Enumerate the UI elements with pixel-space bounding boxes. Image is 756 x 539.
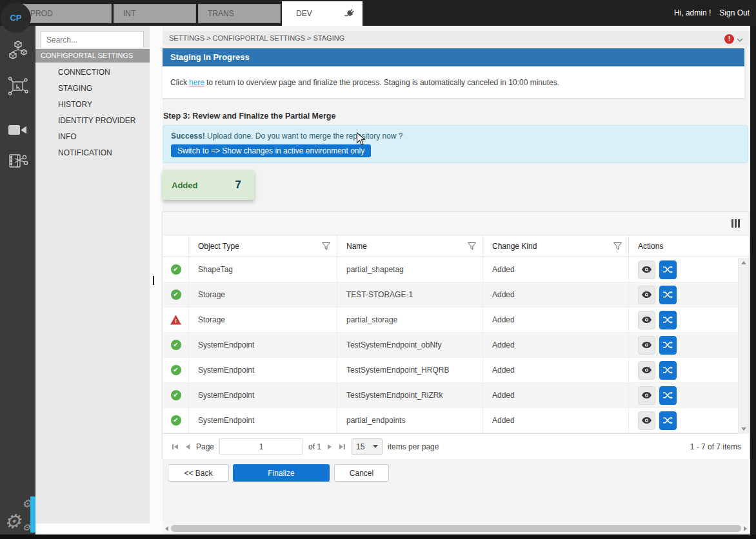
name-column-header: Name: [346, 242, 367, 251]
view-button[interactable]: [638, 386, 655, 405]
cell-object-type: Storage: [189, 282, 337, 307]
cell-name: TestSystemEndpoint_RiZRk: [337, 383, 483, 407]
finalize-button[interactable]: Finalize: [233, 464, 330, 482]
page-size-value: 15: [356, 442, 364, 451]
compare-merge-button[interactable]: [659, 361, 677, 380]
active-rail-indicator: [30, 496, 35, 533]
cell-change-kind: Added: [483, 308, 629, 332]
env-tab-prod[interactable]: PROD: [21, 4, 112, 23]
staging-banner: Staging In Progress Click here to return…: [163, 48, 744, 98]
sidebar-item-staging[interactable]: STAGING: [35, 81, 150, 97]
horizontal-scrollbar-thumb[interactable]: [171, 525, 741, 532]
objects-cubes-icon[interactable]: [8, 40, 28, 64]
compare-merge-button[interactable]: [659, 411, 677, 430]
sidebar-content-gap: [150, 26, 163, 534]
compare-merge-button[interactable]: [659, 260, 677, 279]
last-page-button[interactable]: [338, 443, 346, 451]
cell-change-kind: Added: [483, 333, 629, 357]
app-logo[interactable]: CP: [1, 3, 31, 33]
workflow-touch-icon[interactable]: [8, 76, 28, 99]
main-content: SETTINGS > CONFIGPORTAL SETTINGS > STAGI…: [163, 26, 750, 534]
notifications-control[interactable]: !: [724, 33, 743, 44]
scroll-up-arrow[interactable]: [741, 261, 746, 264]
sign-out-link[interactable]: Sign Out: [719, 8, 750, 17]
page-size-select[interactable]: 15: [352, 438, 383, 455]
table-row[interactable]: ! Storage partial_storage Added: [163, 308, 749, 333]
table-row[interactable]: ✔ SystemEndpoint TestSystemEndpoint_HRQR…: [163, 358, 749, 383]
view-button[interactable]: [638, 311, 655, 329]
settings-gears-icon[interactable]: ⚙⚙⚙: [4, 498, 34, 532]
view-button[interactable]: [638, 336, 655, 355]
switch-view-button[interactable]: Switch to => Show changes in active envi…: [171, 144, 371, 157]
page-number-input[interactable]: [219, 438, 303, 455]
changes-table: Object Type Name Change Kind: [163, 211, 750, 459]
previous-page-button[interactable]: [184, 443, 191, 451]
table-row[interactable]: ✔ SystemEndpoint TestSystemEndpoint_RiZR…: [163, 383, 749, 408]
breadcrumb: SETTINGS > CONFIGPORTAL SETTINGS > STAGI…: [163, 31, 750, 45]
scroll-right-arrow[interactable]: [744, 526, 747, 531]
added-label: Added: [172, 181, 197, 190]
filter-icon[interactable]: [613, 242, 622, 250]
film-editing-icon[interactable]: [8, 152, 28, 174]
table-header-row: Object Type Name Change Kind: [163, 235, 749, 257]
table-toolbar: [163, 212, 749, 235]
cell-name: partial_endpoints: [337, 408, 483, 433]
compare-merge-button[interactable]: [659, 286, 677, 304]
cell-object-type: Storage: [189, 308, 337, 332]
icon-rail: ⚙⚙⚙: [0, 26, 35, 534]
env-tab-dev-label: DEV: [296, 9, 312, 18]
success-message-box: Success! Upload done. Do you want to mer…: [163, 125, 748, 163]
cell-object-type: SystemEndpoint: [189, 358, 337, 382]
filter-icon[interactable]: [322, 242, 330, 250]
cancel-button[interactable]: Cancel: [334, 464, 389, 482]
chevron-down-icon: [737, 33, 743, 44]
object-type-column-header: Object Type: [198, 242, 239, 251]
success-message: Success! Upload done. Do you want to mer…: [171, 132, 740, 141]
cell-change-kind: Added: [483, 282, 629, 307]
table-row[interactable]: ✔ SystemEndpoint partial_endpoints Added: [163, 408, 749, 433]
compare-merge-button[interactable]: [659, 386, 677, 405]
top-bar: PROD INT TRANS DEV Hi, admin ! Sign Out: [0, 0, 756, 26]
sidebar-section-title: CONFIGPORTAL SETTINGS: [35, 49, 150, 63]
scroll-left-arrow[interactable]: [165, 526, 168, 531]
first-page-button[interactable]: [171, 443, 179, 451]
sidebar-item-info[interactable]: INFO: [35, 129, 150, 145]
cell-object-type: SystemEndpoint: [189, 383, 337, 407]
env-tab-trans[interactable]: TRANS: [198, 4, 281, 23]
next-page-button[interactable]: [326, 443, 333, 451]
added-summary-card[interactable]: Added 7: [163, 170, 254, 200]
view-button[interactable]: [638, 260, 655, 279]
cell-name: TestSystemEndpoint_HRQRB: [337, 358, 483, 382]
horizontal-scrollbar[interactable]: [163, 524, 750, 533]
table-row[interactable]: ✔ Storage TEST-STORAGE-1 Added: [163, 282, 749, 308]
back-button[interactable]: << Back: [168, 464, 229, 482]
scroll-down-arrow[interactable]: [741, 427, 746, 431]
env-tab-int[interactable]: INT: [114, 4, 196, 23]
success-icon: ✔: [171, 390, 181, 400]
table-row[interactable]: ✔ ShapeTag partial_shapetag Added: [163, 257, 749, 282]
table-vertical-scrollbar[interactable]: [738, 258, 749, 434]
cell-object-type: ShapeTag: [189, 257, 337, 282]
table-row[interactable]: ✔ SystemEndpoint TestSystemEndpoint_obNf…: [163, 333, 749, 358]
view-button[interactable]: [638, 411, 655, 430]
sidebar-item-connection[interactable]: CONNECTION: [35, 64, 150, 81]
success-icon: ✔: [171, 365, 181, 375]
view-button[interactable]: [638, 286, 655, 304]
change-kind-column-header: Change Kind: [492, 242, 537, 251]
column-chooser-icon[interactable]: [731, 219, 740, 228]
overview-link[interactable]: here: [189, 78, 204, 87]
search-input[interactable]: [41, 31, 144, 48]
cell-change-kind: Added: [483, 358, 629, 382]
video-camera-icon[interactable]: [8, 124, 28, 139]
view-button[interactable]: [638, 361, 655, 380]
env-tab-dev[interactable]: DEV: [282, 1, 363, 26]
window-right-edge: [750, 26, 756, 539]
sidebar-item-identity-provider[interactable]: IDENTITY PROVIDER: [35, 113, 150, 129]
compare-merge-button[interactable]: [659, 311, 677, 329]
compare-merge-button[interactable]: [659, 336, 677, 355]
filter-icon[interactable]: [468, 242, 476, 250]
cell-name: partial_storage: [337, 308, 483, 332]
cell-change-kind: Added: [483, 257, 629, 282]
sidebar-item-notification[interactable]: NOTIFICATION: [35, 145, 150, 161]
sidebar-item-history[interactable]: HISTORY: [35, 97, 150, 113]
